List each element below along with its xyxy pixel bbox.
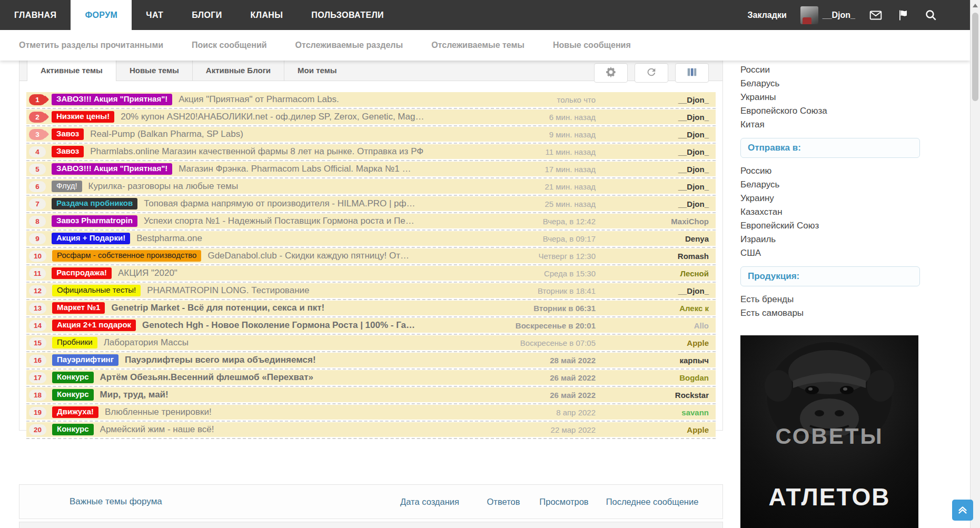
topic-title-link[interactable]: Успехи спорта №1 - Надежный Поставщик Го… xyxy=(144,216,498,226)
mail-icon[interactable] xyxy=(869,8,883,22)
nav-item[interactable]: ГЛАВНАЯ xyxy=(0,0,71,30)
topic-prefix-label[interactable]: Завоз xyxy=(52,128,84,140)
topic-title-link[interactable]: 20% купон ASH20!АНАБОЛИКИ.net - оф.дилер… xyxy=(121,112,498,122)
topic-last-poster-link[interactable]: __Djon_ xyxy=(596,130,716,139)
topic-prefix-label[interactable]: Конкурс xyxy=(52,372,94,383)
topics-tab[interactable]: Новые темы xyxy=(116,61,192,81)
sidebar-region-link[interactable]: Беларусь xyxy=(740,77,920,91)
topic-last-poster-link[interactable]: Лесной xyxy=(596,269,716,278)
topic-last-poster-link[interactable]: MaxiChop xyxy=(596,217,716,226)
topic-prefix-label[interactable]: Росфарм - собственное производство xyxy=(52,250,201,262)
page-scrollbar[interactable] xyxy=(970,0,980,528)
topic-prefix-label[interactable]: ЗАВОЗ!!! Акция "Приятная"! xyxy=(52,163,172,175)
sidebar-shipping-link[interactable]: Израиль xyxy=(740,233,920,246)
topic-last-poster-link[interactable]: Bogdan xyxy=(596,373,716,382)
topic-last-poster-link[interactable]: savann xyxy=(596,408,716,417)
topic-prefix-label[interactable]: Акция 2+1 подарок xyxy=(52,320,136,331)
sidebar-shipping-link[interactable]: Европейский Союз xyxy=(740,219,920,233)
topic-title-link[interactable]: Акция "Приятная" от Pharmacom Labs. xyxy=(179,94,498,105)
topic-last-poster-link[interactable]: Denya xyxy=(596,234,716,243)
topic-last-poster-link[interactable]: __Djon_ xyxy=(596,95,716,104)
avatar[interactable] xyxy=(800,6,818,24)
topic-title-link[interactable]: Магазин Фрэнка. Pharmacom Labs Official.… xyxy=(179,164,498,174)
topic-title-link[interactable]: Genotech Hgh - Новое Поколение Гормона Р… xyxy=(142,320,498,331)
topic-title-link[interactable]: Артём Обезьян.Весенний флешмоб «Перехват… xyxy=(100,372,498,383)
topic-title-link[interactable]: Real-Pump (Balkan Pharma, SP Labs) xyxy=(90,129,498,140)
topic-last-poster-link[interactable]: Allo xyxy=(596,321,716,330)
topic-title-link[interactable]: Мир, труд, май! xyxy=(100,390,498,400)
nav-item[interactable]: ФОРУМ xyxy=(71,0,132,30)
topics-tab[interactable]: Мои темы xyxy=(284,61,350,81)
flag-icon[interactable] xyxy=(896,8,910,22)
sidebar-region-link[interactable]: Европейского Союза xyxy=(740,104,920,118)
topic-last-poster-link[interactable]: Алекс к xyxy=(596,304,716,313)
scroll-to-top-button[interactable] xyxy=(952,500,973,521)
topic-title-link[interactable]: Армейский жим - наше всё! xyxy=(100,424,498,435)
topic-prefix-label[interactable]: Пробники xyxy=(52,337,97,348)
sidebar-product-link[interactable]: Есть бренды xyxy=(740,293,920,306)
columns-button[interactable] xyxy=(675,63,709,83)
important-topics-link[interactable]: Важные темы форума xyxy=(70,496,162,507)
sidebar-region-link[interactable]: Китая xyxy=(740,118,920,132)
refresh-button[interactable] xyxy=(635,63,668,83)
topic-title-link[interactable]: Курилка- разговоры на любые темы xyxy=(88,181,498,192)
topic-last-poster-link[interactable]: карпыч xyxy=(596,356,716,365)
topic-last-poster-link[interactable]: __Djon_ xyxy=(596,286,716,295)
topic-last-poster-link[interactable]: Apple xyxy=(596,338,716,347)
topic-prefix-label[interactable]: Раздача пробников xyxy=(52,198,137,210)
nav-item[interactable]: ПОЛЬЗОВАТЕЛИ xyxy=(297,0,398,30)
sidebar-region-link[interactable]: России xyxy=(740,63,920,77)
topic-title-link[interactable]: GdeDanabol.club - Скидки каждую пятницу!… xyxy=(207,251,498,261)
nav-item[interactable]: БЛОГИ xyxy=(177,0,236,30)
sidebar-shipping-link[interactable]: Беларусь xyxy=(740,178,920,192)
topic-prefix-label[interactable]: Завоз xyxy=(52,146,84,157)
topic-last-poster-link[interactable]: __Djon_ xyxy=(596,200,716,208)
topic-title-link[interactable]: Пауэрлифтеры всего мира объединяемся! xyxy=(125,355,498,365)
topic-last-poster-link[interactable]: Romash xyxy=(596,252,716,261)
topic-title-link[interactable]: Genetrip Market - Всё для потенции, секс… xyxy=(111,303,498,313)
topic-prefix-label[interactable]: Низкие цены! xyxy=(52,111,114,123)
topic-title-link[interactable]: Топовая фарма напрямую от производителя … xyxy=(144,198,498,209)
sidebar-shipping-link[interactable]: Украину xyxy=(740,192,920,205)
topic-prefix-label[interactable]: Флуд! xyxy=(52,181,82,192)
nav-item[interactable]: КЛАНЫ xyxy=(236,0,298,30)
topic-prefix-label[interactable]: Конкурс xyxy=(52,389,94,401)
search-icon[interactable] xyxy=(924,8,937,22)
topic-prefix-label[interactable]: Официальные тесты! xyxy=(52,285,141,296)
topics-tab[interactable]: Активные темы xyxy=(27,61,116,81)
scrollbar-thumb[interactable] xyxy=(972,13,978,101)
toolbar-link[interactable]: Поиск сообщений xyxy=(192,41,267,50)
topic-prefix-label[interactable]: Движуха! xyxy=(52,406,98,418)
sidebar-product-link[interactable]: Есть самовары xyxy=(740,306,920,320)
topic-prefix-label[interactable]: Распродажа! xyxy=(52,267,112,279)
topic-last-poster-link[interactable]: __Djon_ xyxy=(596,113,716,122)
topic-title-link[interactable]: Влюбленные тренировки! xyxy=(105,407,498,417)
topic-prefix-label[interactable]: Маркет №1 xyxy=(52,302,105,314)
topic-last-poster-link[interactable]: Apple xyxy=(596,425,716,434)
sidebar-shipping-link[interactable]: Россию xyxy=(740,164,920,178)
topic-title-link[interactable]: Pharmlabs.online Магазин качественной фа… xyxy=(90,146,498,157)
topic-last-poster-link[interactable]: __Djon_ xyxy=(596,182,716,191)
nav-item[interactable]: ЧАТ xyxy=(132,0,177,30)
toolbar-link[interactable]: Новые сообщения xyxy=(553,41,631,50)
sidebar-shipping-link[interactable]: США xyxy=(740,246,920,260)
settings-button[interactable] xyxy=(594,63,628,83)
toolbar-link[interactable]: Отслеживаемые разделы xyxy=(295,41,403,50)
topic-title-link[interactable]: PHARMATROPIN LONG. Тестирование xyxy=(147,285,498,296)
athletes-tips-banner[interactable]: СОВЕТЫ АТЛЕТОВ xyxy=(740,335,918,528)
topics-tab[interactable]: Активные Блоги xyxy=(192,61,284,81)
toolbar-link[interactable]: Отслеживаемые темы xyxy=(431,41,524,50)
sidebar-region-link[interactable]: Украины xyxy=(740,91,920,104)
topic-title-link[interactable]: Лаборатория Массы xyxy=(104,337,498,348)
topic-prefix-label[interactable]: Конкурс xyxy=(52,424,94,435)
sidebar-shipping-link[interactable]: Казахстан xyxy=(740,205,920,219)
topic-last-poster-link[interactable]: __Djon_ xyxy=(596,147,716,156)
topic-prefix-label[interactable]: Акция + Подарки! xyxy=(52,233,130,244)
scrollbar-up-arrow-icon[interactable] xyxy=(973,4,978,7)
topic-prefix-label[interactable]: Пауэрлифтинг xyxy=(52,354,118,366)
topic-title-link[interactable]: АКЦИЯ "2020" xyxy=(118,268,498,278)
topic-prefix-label[interactable]: ЗАВОЗ!!! Акция "Приятная"! xyxy=(52,94,172,105)
topic-title-link[interactable]: Bestpharma.one xyxy=(136,233,498,244)
bookmarks-link[interactable]: Закладки xyxy=(748,11,787,20)
topic-last-poster-link[interactable]: __Djon_ xyxy=(596,165,716,174)
